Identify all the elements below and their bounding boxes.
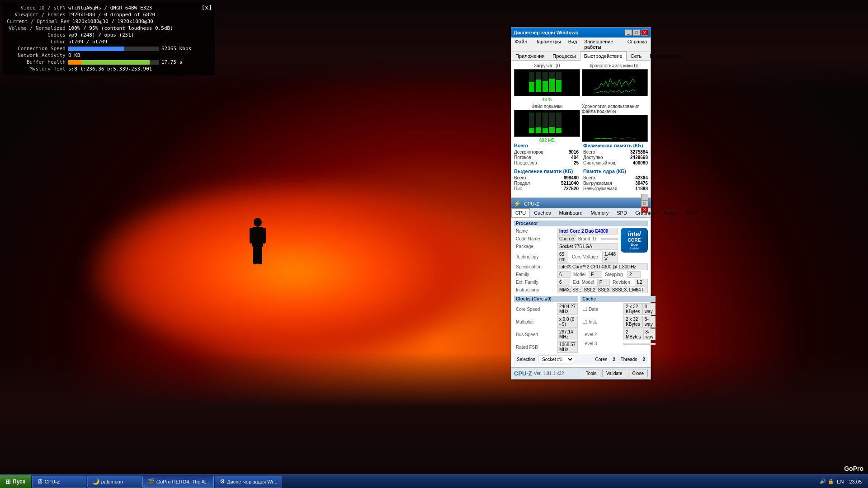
graphs-grid: Загрузка ЦП <box>514 63 648 143</box>
bus-speed-label: Bus Speed <box>514 332 557 337</box>
tools-dropdown[interactable]: Tools <box>582 370 600 377</box>
cpuz-minimize-button[interactable]: _ <box>641 194 648 200</box>
video-info-panel: [x] Video ID / sCPN wTcNtgA6gHs / QNGR 6… <box>2 2 215 75</box>
cpuz-tab-bench[interactable]: Bench <box>659 208 681 217</box>
cores-value: 2 <box>613 357 615 362</box>
menu-view[interactable]: Вид <box>566 38 579 50</box>
svg-rect-22 <box>536 127 541 133</box>
cpuz-tab-caches[interactable]: Caches <box>530 208 555 217</box>
phys-total-value: 3275884 <box>630 150 648 155</box>
taskbar-cpuz-icon: 🖥 <box>37 478 43 485</box>
start-button[interactable]: ⊞ Пуск <box>0 475 31 488</box>
multiplier-label: Multiplier <box>514 319 557 324</box>
model-value: F <box>589 271 602 278</box>
cpuz-restore-button[interactable]: □ <box>641 200 648 206</box>
systray-icon-1: 🔊 <box>820 479 826 484</box>
descriptors-label: Дескрипторов <box>514 150 543 155</box>
spec-label: Specification <box>514 264 557 269</box>
connection-bar: 62065 Kbps <box>68 46 191 52</box>
threads-value: 404 <box>571 155 579 160</box>
tab-applications[interactable]: Приложения <box>511 52 548 60</box>
color-label: Color <box>7 39 66 45</box>
tab-users[interactable]: Пользователи <box>646 52 686 60</box>
taskbar-item-gopro[interactable]: 🎬 GoPro HERO4: The A... <box>142 476 214 488</box>
restore-button[interactable]: □ <box>633 29 640 36</box>
codecs-value: vp9 (248) / opus (251) <box>68 32 134 38</box>
svg-rect-2 <box>250 228 254 244</box>
systray: 🔊 🔒 EN 23:05 <box>816 479 868 484</box>
menu-params[interactable]: Параметры <box>533 38 563 50</box>
cpuz-tab-memory[interactable]: Memory <box>587 208 613 217</box>
stepping-value: 2 <box>627 271 641 278</box>
processor-section-title: Processor <box>514 221 648 226</box>
start-label: Пуск <box>13 479 25 485</box>
taskbar-item-cpuz[interactable]: 🖥 CPU-Z <box>32 476 86 488</box>
l1inst-ways: 8-way <box>642 316 656 328</box>
systray-lang: EN <box>837 479 844 484</box>
ext-model-label: Ext. Model <box>570 280 597 285</box>
memory-section: Выделение памяти (КБ) Всего 698480 Преде… <box>514 169 648 192</box>
cpuz-tab-about[interactable]: About <box>681 208 703 217</box>
menu-shutdown[interactable]: Завершение работы <box>583 38 622 50</box>
taskbar-item-palemoon[interactable]: 🌙 palemoon <box>87 476 142 488</box>
pf-history-graph: Хронология использования файла подкачки <box>582 104 648 143</box>
buffer-bar: 17.75 s <box>68 59 182 65</box>
level2-label: Level 2 <box>580 332 623 337</box>
threads-value: 2 <box>642 357 645 362</box>
svg-rect-28 <box>556 128 561 133</box>
task-manager-titlebar[interactable]: Диспетчер задач Windows _ □ ✕ <box>511 28 651 38</box>
cores-label: Cores <box>595 357 608 362</box>
totals-col: Всего Дескрипторов 9016 Потоков 404 Проц… <box>514 143 579 166</box>
physical-col: Физическая память (КБ) Всего 3275884 Дос… <box>583 143 648 166</box>
cpuz-tab-graphics[interactable]: Graphics <box>631 208 659 217</box>
taskbar: ⊞ Пуск 🖥 CPU-Z 🌙 palemoon 🎬 GoPro HERO4:… <box>0 474 868 488</box>
processor-header: Name Intel Core 2 Duo E4300 Code Name Co… <box>514 228 648 263</box>
selection-dropdown[interactable]: Socket #1 <box>538 356 574 363</box>
connection-label: Connection Speed <box>7 46 66 52</box>
svg-rect-8 <box>529 82 534 92</box>
start-icon: ⊞ <box>5 478 11 485</box>
gopro-watermark: GoPro <box>844 465 863 472</box>
cpuz-tab-spd[interactable]: SPD <box>613 208 631 217</box>
cpu-percent: 49 % <box>542 97 552 102</box>
cpuz-footer-buttons: Tools Validate Close <box>582 370 648 377</box>
close-cpuz-button[interactable]: Close <box>628 370 648 377</box>
svg-rect-24 <box>542 128 548 133</box>
svg-rect-3 <box>261 228 266 244</box>
core-voltage-value: 1.448 V <box>602 251 618 263</box>
tab-performance[interactable]: Быстродействие <box>580 52 627 61</box>
tab-processes[interactable]: Процессы <box>548 52 580 60</box>
current-res-value: 868x488@30 / 868x488@30 <box>72 19 153 24</box>
core-speed-label: Core Speed <box>514 307 557 312</box>
cpuz-window: ⚡ CPU-Z _ □ ✕ CPU Caches Mainboard Memor… <box>511 198 651 380</box>
titlebar-buttons: _ □ ✕ <box>625 29 648 36</box>
cpuz-titlebar[interactable]: ⚡ CPU-Z _ □ ✕ <box>511 198 651 208</box>
cache-section-title: Cache <box>580 296 656 302</box>
l1inst-label: L1 Inst. <box>580 319 623 324</box>
instructions-value: MMX, SSE, SSE2, SSE3, SSSE3, EM64T <box>557 286 648 293</box>
video-info-close[interactable]: [x] <box>202 4 212 11</box>
rated-fsb-label: Rated FSB <box>514 345 557 350</box>
svg-rect-20 <box>529 128 534 133</box>
instructions-label: Instructions <box>514 287 557 292</box>
buffer-label: Buffer Health <box>7 59 66 65</box>
pagefile-label: Файл подкачки <box>531 104 562 109</box>
menu-file[interactable]: Файл <box>513 38 529 50</box>
cpuz-tab-cpu[interactable]: CPU <box>511 208 530 217</box>
commit-limit-value: 5211040 <box>561 181 579 186</box>
cpuz-tab-mainboard[interactable]: Mainboard <box>555 208 587 217</box>
cpu-load-label: Загрузка ЦП <box>534 63 560 68</box>
menu-help[interactable]: Справка <box>626 38 649 50</box>
taskbar-item-taskmanager[interactable]: ⚙ Диспетчер задач Wi... <box>215 476 282 488</box>
kernel-paged-label: Выгружаемая <box>583 181 612 186</box>
l1inst-value: 2 x 32 KBytes <box>623 316 642 328</box>
cpuz-cpu-content: Processor Name Intel Core 2 Duo E4300 Co… <box>511 218 651 367</box>
minimize-button[interactable]: _ <box>625 29 632 36</box>
volume-label: Volume / Normalized <box>7 25 66 31</box>
commit-total-label: Всего <box>514 175 526 180</box>
processor-fields: Name Intel Core 2 Duo E4300 Code Name Co… <box>514 228 618 263</box>
tab-network[interactable]: Сеть <box>627 52 646 60</box>
close-button[interactable]: ✕ <box>641 29 648 36</box>
validate-button[interactable]: Validate <box>602 370 626 377</box>
bus-speed-value: 267.14 MHz <box>557 328 578 340</box>
